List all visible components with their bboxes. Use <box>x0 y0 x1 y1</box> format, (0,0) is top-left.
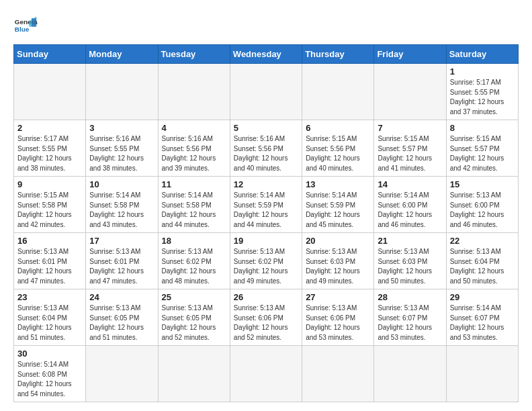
day-info: Sunrise: 5:14 AMSunset: 6:07 PMDaylight:… <box>450 304 515 342</box>
calendar-cell: 14Sunrise: 5:14 AMSunset: 6:00 PMDayligh… <box>374 177 446 233</box>
weekday-friday: Friday <box>374 45 446 64</box>
day-info: Sunrise: 5:14 AMSunset: 6:00 PMDaylight:… <box>378 191 442 230</box>
day-info: Sunrise: 5:14 AMSunset: 6:08 PMDaylight:… <box>17 360 82 399</box>
calendar-cell: 27Sunrise: 5:13 AMSunset: 6:06 PMDayligh… <box>302 289 374 346</box>
calendar-week-3: 9Sunrise: 5:15 AMSunset: 5:58 PMDaylight… <box>14 177 519 233</box>
calendar-cell: 28Sunrise: 5:13 AMSunset: 6:07 PMDayligh… <box>374 289 446 346</box>
day-number: 9 <box>17 179 82 189</box>
day-number: 21 <box>378 236 442 246</box>
day-number: 6 <box>306 123 370 133</box>
day-number: 19 <box>234 236 298 246</box>
day-number: 13 <box>306 179 370 189</box>
day-info: Sunrise: 5:14 AMSunset: 5:58 PMDaylight:… <box>89 191 154 230</box>
day-number: 30 <box>17 349 82 359</box>
weekday-sunday: Sunday <box>14 45 86 64</box>
calendar-cell <box>158 346 230 402</box>
calendar-cell: 20Sunrise: 5:13 AMSunset: 6:03 PMDayligh… <box>302 233 374 289</box>
day-number: 25 <box>162 292 226 302</box>
calendar-cell: 18Sunrise: 5:13 AMSunset: 6:02 PMDayligh… <box>158 233 230 289</box>
calendar-cell: 22Sunrise: 5:13 AMSunset: 6:04 PMDayligh… <box>446 233 518 289</box>
calendar-cell: 8Sunrise: 5:15 AMSunset: 5:57 PMDaylight… <box>446 120 518 177</box>
weekday-monday: Monday <box>86 45 158 64</box>
day-info: Sunrise: 5:13 AMSunset: 6:03 PMDaylight:… <box>306 247 370 286</box>
page-header: General Blue <box>13 13 519 38</box>
day-info: Sunrise: 5:13 AMSunset: 6:04 PMDaylight:… <box>17 304 82 342</box>
logo: General Blue <box>13 13 38 38</box>
day-number: 29 <box>450 292 515 302</box>
calendar-cell <box>374 64 446 120</box>
day-info: Sunrise: 5:13 AMSunset: 6:06 PMDaylight:… <box>306 304 370 342</box>
calendar-cell: 10Sunrise: 5:14 AMSunset: 5:58 PMDayligh… <box>86 177 158 233</box>
day-info: Sunrise: 5:13 AMSunset: 6:04 PMDaylight:… <box>450 247 515 286</box>
day-number: 20 <box>306 236 370 246</box>
day-info: Sunrise: 5:15 AMSunset: 5:58 PMDaylight:… <box>17 191 82 230</box>
calendar-cell <box>446 346 518 402</box>
day-info: Sunrise: 5:13 AMSunset: 6:00 PMDaylight:… <box>450 191 515 230</box>
day-number: 24 <box>89 292 154 302</box>
calendar-cell: 7Sunrise: 5:15 AMSunset: 5:57 PMDaylight… <box>374 120 446 177</box>
day-number: 4 <box>162 123 226 133</box>
day-info: Sunrise: 5:16 AMSunset: 5:56 PMDaylight:… <box>162 134 226 173</box>
day-info: Sunrise: 5:13 AMSunset: 6:07 PMDaylight:… <box>378 304 442 342</box>
calendar-cell: 12Sunrise: 5:14 AMSunset: 5:59 PMDayligh… <box>230 177 302 233</box>
calendar-cell: 25Sunrise: 5:13 AMSunset: 6:05 PMDayligh… <box>158 289 230 346</box>
day-number: 2 <box>17 123 82 133</box>
logo-icon: General Blue <box>13 13 38 38</box>
calendar-cell <box>302 346 374 402</box>
calendar-cell: 9Sunrise: 5:15 AMSunset: 5:58 PMDaylight… <box>14 177 86 233</box>
calendar-cell: 11Sunrise: 5:14 AMSunset: 5:58 PMDayligh… <box>158 177 230 233</box>
weekday-thursday: Thursday <box>302 45 374 64</box>
day-number: 22 <box>450 236 515 246</box>
svg-marker-2 <box>32 18 36 27</box>
day-info: Sunrise: 5:14 AMSunset: 5:59 PMDaylight:… <box>306 191 370 230</box>
day-number: 18 <box>162 236 226 246</box>
calendar-cell <box>302 64 374 120</box>
calendar-cell: 15Sunrise: 5:13 AMSunset: 6:00 PMDayligh… <box>446 177 518 233</box>
day-number: 15 <box>450 179 515 189</box>
calendar-cell: 21Sunrise: 5:13 AMSunset: 6:03 PMDayligh… <box>374 233 446 289</box>
day-info: Sunrise: 5:13 AMSunset: 6:02 PMDaylight:… <box>234 247 298 286</box>
day-info: Sunrise: 5:15 AMSunset: 5:57 PMDaylight:… <box>450 134 515 173</box>
weekday-tuesday: Tuesday <box>158 45 230 64</box>
calendar-week-1: 1Sunrise: 5:17 AMSunset: 5:55 PMDaylight… <box>14 64 519 120</box>
calendar-cell: 2Sunrise: 5:17 AMSunset: 5:55 PMDaylight… <box>14 120 86 177</box>
calendar-cell: 13Sunrise: 5:14 AMSunset: 5:59 PMDayligh… <box>302 177 374 233</box>
day-info: Sunrise: 5:14 AMSunset: 5:58 PMDaylight:… <box>162 191 226 230</box>
day-number: 10 <box>89 179 154 189</box>
day-number: 5 <box>234 123 298 133</box>
day-info: Sunrise: 5:17 AMSunset: 5:55 PMDaylight:… <box>17 134 82 173</box>
svg-text:Blue: Blue <box>15 26 30 33</box>
calendar-cell: 26Sunrise: 5:13 AMSunset: 6:06 PMDayligh… <box>230 289 302 346</box>
day-number: 8 <box>450 123 515 133</box>
weekday-saturday: Saturday <box>446 45 518 64</box>
calendar-cell <box>158 64 230 120</box>
day-info: Sunrise: 5:15 AMSunset: 5:56 PMDaylight:… <box>306 134 370 173</box>
day-number: 1 <box>450 66 515 77</box>
calendar-week-2: 2Sunrise: 5:17 AMSunset: 5:55 PMDaylight… <box>14 120 519 177</box>
weekday-wednesday: Wednesday <box>230 45 302 64</box>
calendar-cell: 3Sunrise: 5:16 AMSunset: 5:55 PMDaylight… <box>86 120 158 177</box>
day-number: 12 <box>234 179 298 189</box>
day-number: 23 <box>17 292 82 302</box>
day-info: Sunrise: 5:13 AMSunset: 6:05 PMDaylight:… <box>162 304 226 342</box>
calendar-cell: 1Sunrise: 5:17 AMSunset: 5:55 PMDaylight… <box>446 64 518 120</box>
day-info: Sunrise: 5:13 AMSunset: 6:02 PMDaylight:… <box>162 247 226 286</box>
calendar-cell: 30Sunrise: 5:14 AMSunset: 6:08 PMDayligh… <box>14 346 86 402</box>
calendar-cell <box>14 64 86 120</box>
calendar-cell <box>230 346 302 402</box>
calendar-cell: 29Sunrise: 5:14 AMSunset: 6:07 PMDayligh… <box>446 289 518 346</box>
calendar-cell: 23Sunrise: 5:13 AMSunset: 6:04 PMDayligh… <box>14 289 86 346</box>
day-number: 7 <box>378 123 442 133</box>
day-number: 26 <box>234 292 298 302</box>
calendar-cell: 6Sunrise: 5:15 AMSunset: 5:56 PMDaylight… <box>302 120 374 177</box>
calendar-cell: 24Sunrise: 5:13 AMSunset: 6:05 PMDayligh… <box>86 289 158 346</box>
calendar-cell: 16Sunrise: 5:13 AMSunset: 6:01 PMDayligh… <box>14 233 86 289</box>
calendar-week-5: 23Sunrise: 5:13 AMSunset: 6:04 PMDayligh… <box>14 289 519 346</box>
day-number: 28 <box>378 292 442 302</box>
day-info: Sunrise: 5:16 AMSunset: 5:56 PMDaylight:… <box>234 134 298 173</box>
calendar-cell: 4Sunrise: 5:16 AMSunset: 5:56 PMDaylight… <box>158 120 230 177</box>
day-info: Sunrise: 5:15 AMSunset: 5:57 PMDaylight:… <box>378 134 442 173</box>
day-number: 27 <box>306 292 370 302</box>
calendar-table: SundayMondayTuesdayWednesdayThursdayFrid… <box>13 44 519 402</box>
calendar-cell: 19Sunrise: 5:13 AMSunset: 6:02 PMDayligh… <box>230 233 302 289</box>
